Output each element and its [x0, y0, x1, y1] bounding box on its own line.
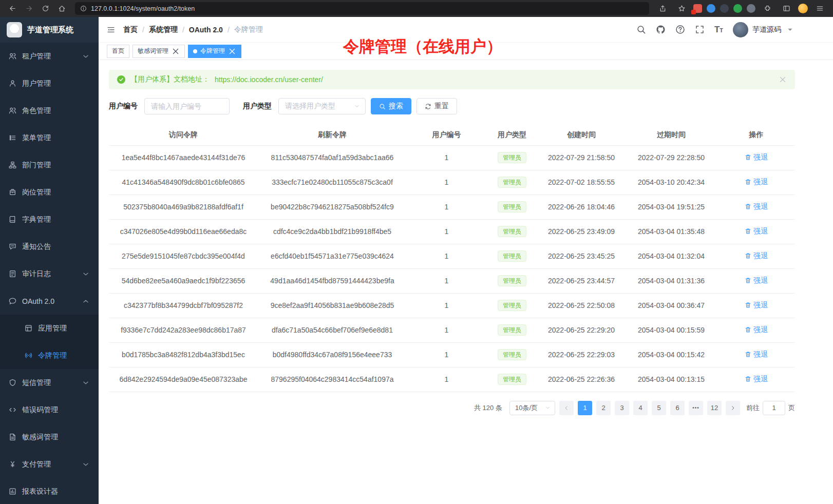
- sidebar-item-oauth2[interactable]: OAuth 2.0: [0, 287, 99, 315]
- cell-access-token: 502375b8040a469a9b82188afdf6af1f: [109, 195, 258, 219]
- breadcrumb-item[interactable]: OAuth 2.0: [189, 26, 223, 34]
- sidebar-item-dept[interactable]: 部门管理: [0, 151, 99, 179]
- sidebar-item-label: 审计日志: [22, 269, 51, 279]
- cell-refresh-token: e6cfd40eb1f54571a31e775e039c4624: [258, 244, 407, 268]
- search-icon[interactable]: [636, 25, 646, 34]
- force-logout-button[interactable]: 强退: [745, 227, 768, 236]
- browser-menu-icon[interactable]: [812, 3, 827, 15]
- extension-icon[interactable]: [733, 4, 742, 13]
- force-logout-button[interactable]: 强退: [745, 375, 768, 384]
- tab-sensitive-word[interactable]: 敏感词管理: [132, 45, 185, 58]
- force-logout-button[interactable]: 强退: [745, 301, 768, 310]
- cell-user-id: 1: [407, 195, 486, 219]
- site-info-icon[interactable]: [80, 5, 87, 12]
- page-button-4[interactable]: 4: [633, 401, 648, 415]
- tab-active-dot: [193, 49, 197, 53]
- table-row: 502375b8040a469a9b82188afdf6af1f be90422…: [109, 195, 795, 219]
- sidebar-item-post[interactable]: 岗位管理: [0, 179, 99, 206]
- search-button[interactable]: 搜索: [371, 98, 411, 114]
- tab-token[interactable]: 令牌管理: [188, 45, 241, 58]
- extension-icon[interactable]: [707, 4, 715, 13]
- collapse-sidebar-button[interactable]: [107, 26, 115, 34]
- force-logout-button[interactable]: 强退: [745, 178, 768, 187]
- sidebar-toggle-icon[interactable]: [779, 3, 793, 15]
- chevron-down-icon: [545, 405, 551, 411]
- sidebar-item-label: 错误码管理: [22, 405, 58, 415]
- user-type-badge: 管理员: [498, 152, 526, 163]
- user-id-input[interactable]: [144, 98, 230, 114]
- force-logout-button[interactable]: 强退: [745, 350, 768, 359]
- page-content: 【用户体系】文档地址： https://doc.iocoder.cn/user-…: [99, 60, 833, 415]
- cell-refresh-token: 9ce8ef2aa9f14056b831ae9b608e28d5: [258, 293, 407, 318]
- help-icon[interactable]: [675, 25, 685, 34]
- prev-page-button[interactable]: [559, 401, 574, 415]
- tab-close-icon[interactable]: [228, 47, 236, 55]
- sidebar-item-menu[interactable]: 菜单管理: [0, 124, 99, 151]
- page-button-5[interactable]: 5: [652, 401, 666, 415]
- breadcrumb-item[interactable]: 首页: [123, 25, 138, 34]
- browser-reload-button[interactable]: [38, 3, 52, 15]
- user-type-badge: 管理员: [498, 275, 526, 286]
- extension-icon[interactable]: [747, 4, 755, 13]
- bookmark-star-icon[interactable]: [674, 3, 689, 15]
- sidebar-item-role[interactable]: 角色管理: [0, 97, 99, 124]
- share-icon[interactable]: [655, 3, 670, 15]
- github-icon[interactable]: [656, 25, 666, 34]
- sidebar-item-sensitive-word[interactable]: 敏感词管理: [0, 423, 99, 451]
- sidebar-item-user[interactable]: 用户管理: [0, 70, 99, 97]
- force-logout-button[interactable]: 强退: [745, 153, 768, 162]
- sidebar-item-notice[interactable]: 通知公告: [0, 233, 99, 260]
- browser-home-button[interactable]: [54, 3, 69, 15]
- address-bar[interactable]: 127.0.0.1:1024/system/oauth2/token: [75, 2, 649, 15]
- force-logout-button[interactable]: 强退: [745, 202, 768, 211]
- cell-created-time: 2022-07-02 18:55:55: [538, 170, 625, 195]
- sidebar-item-oauth2-app[interactable]: 应用管理: [0, 315, 99, 342]
- app-logo-row[interactable]: 芋道管理系统: [0, 17, 99, 43]
- sidebar-item-report-designer[interactable]: 报表设计器: [0, 478, 99, 504]
- page-size-select[interactable]: 10条/页: [509, 401, 555, 415]
- page-button-6[interactable]: 6: [670, 401, 685, 415]
- alert-close-icon[interactable]: [779, 75, 787, 84]
- trash-icon: [745, 228, 751, 235]
- breadcrumb: 首页/系统管理/OAuth 2.0/令牌管理: [123, 25, 263, 34]
- font-size-icon[interactable]: TT: [714, 25, 723, 35]
- extensions-menu-icon[interactable]: [760, 3, 774, 15]
- app-logo: [7, 22, 22, 37]
- tab-close-icon[interactable]: [172, 47, 180, 55]
- cell-expire-time: 2022-07-29 22:28:50: [625, 145, 717, 170]
- page-button-1[interactable]: 1: [578, 401, 592, 415]
- sidebar-item-dict[interactable]: 字典管理: [0, 206, 99, 233]
- extension-icon[interactable]: [693, 4, 702, 13]
- browser-back-button[interactable]: [5, 3, 20, 15]
- page-button-2[interactable]: 2: [596, 401, 611, 415]
- success-check-icon: [117, 75, 125, 84]
- page-button-12[interactable]: 12: [707, 401, 722, 415]
- doc-link[interactable]: https://doc.iocoder.cn/user-center/: [215, 75, 323, 84]
- browser-forward-button[interactable]: [22, 3, 36, 15]
- breadcrumb-item[interactable]: 系统管理: [149, 25, 178, 34]
- user-type-select[interactable]: 请选择用户类型: [278, 98, 366, 114]
- tab-home[interactable]: 首页: [107, 45, 129, 58]
- browser-actions: [655, 3, 828, 15]
- dict-icon: [9, 216, 16, 223]
- page-button-3[interactable]: 3: [615, 401, 629, 415]
- sidebar-item-error-code[interactable]: 错误码管理: [0, 396, 99, 423]
- sidebar-item-sms[interactable]: 短信管理: [0, 369, 99, 396]
- extension-icon[interactable]: [720, 4, 729, 13]
- sidebar-item-tenant[interactable]: 租户管理: [0, 43, 99, 70]
- force-logout-button[interactable]: 强退: [745, 325, 768, 335]
- sidebar-item-audit-log[interactable]: 审计日志: [0, 260, 99, 287]
- next-page-button[interactable]: [726, 401, 740, 415]
- sidebar-item-label: 敏感词管理: [22, 433, 58, 442]
- user-menu[interactable]: 芋道源码: [733, 22, 795, 37]
- sidebar-item-oauth2-token[interactable]: 令牌管理: [0, 342, 99, 369]
- force-logout-label: 强退: [753, 153, 768, 162]
- goto-page-input[interactable]: [763, 401, 785, 415]
- reset-button[interactable]: 重置: [416, 98, 457, 114]
- fullscreen-icon[interactable]: [695, 25, 705, 34]
- force-logout-button[interactable]: 强退: [745, 251, 768, 261]
- pager-ellipsis[interactable]: •••: [689, 401, 703, 415]
- sidebar-item-pay[interactable]: 支付管理: [0, 451, 99, 478]
- force-logout-button[interactable]: 强退: [745, 276, 768, 285]
- browser-profile-avatar[interactable]: [798, 4, 808, 13]
